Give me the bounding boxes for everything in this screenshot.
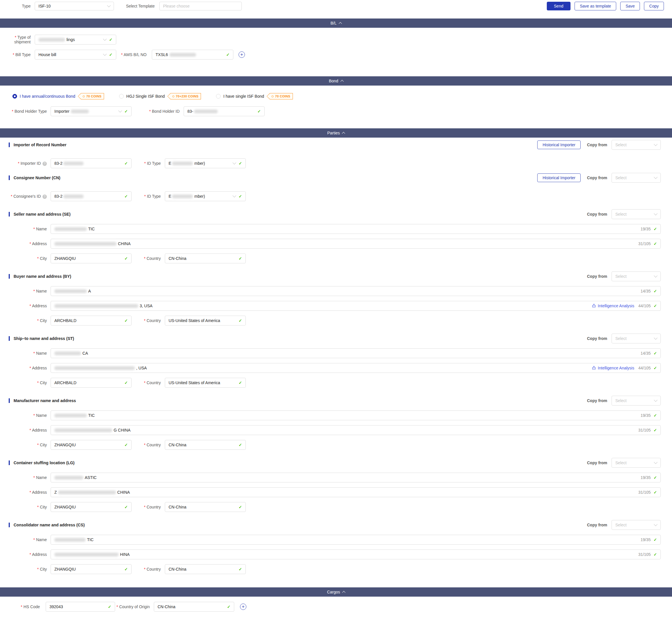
valid-check-icon bbox=[653, 537, 657, 542]
copy-button[interactable]: Copy bbox=[644, 2, 664, 10]
country-of-origin-select[interactable]: CN-China bbox=[154, 602, 234, 612]
country-select[interactable]: CN-China bbox=[165, 502, 246, 512]
name-label: Name bbox=[0, 475, 51, 480]
ams-bl-no-input[interactable]: TXSL6 bbox=[152, 50, 233, 59]
city-label: City bbox=[0, 380, 51, 385]
country-select[interactable]: US-United States of America bbox=[165, 316, 246, 325]
section-header-parties[interactable]: Parties bbox=[0, 128, 672, 138]
bond-option-hgj-single[interactable]: HGJ Single ISF Bond 70+230 COINS bbox=[119, 93, 201, 99]
name-input[interactable]: TIC 19/35 bbox=[51, 535, 661, 545]
city-value: ARCHBALD bbox=[54, 380, 76, 385]
name-input[interactable]: CA 14/35 bbox=[51, 348, 661, 358]
country-select[interactable]: CN-China bbox=[165, 440, 246, 450]
city-input[interactable]: ARCHBALD bbox=[51, 378, 131, 388]
city-input[interactable]: ZHANGQIU bbox=[51, 253, 131, 263]
copy-from-select[interactable]: Select bbox=[611, 396, 661, 406]
valid-check-icon bbox=[239, 505, 242, 509]
city-value: ARCHBALD bbox=[54, 318, 76, 323]
city-value: ZHANGQIU bbox=[54, 442, 76, 447]
intelligence-analysis-link[interactable]: Intelligence Analysis bbox=[592, 304, 634, 308]
city-input[interactable]: ARCHBALD bbox=[51, 316, 131, 325]
address-input[interactable]: CHINA 31/105 bbox=[51, 239, 661, 249]
importer-id-input[interactable]: 83-2 bbox=[51, 159, 131, 168]
redacted-value bbox=[169, 53, 196, 57]
name-suffix: A bbox=[88, 289, 91, 293]
valid-check-icon bbox=[239, 442, 242, 447]
save-as-template-button[interactable]: Save as template bbox=[575, 2, 616, 10]
address-label: Address bbox=[0, 490, 51, 494]
intelligence-analysis-label: Intelligence Analysis bbox=[598, 366, 634, 370]
country-select[interactable]: US-United States of America bbox=[165, 378, 246, 388]
address-input[interactable]: Z CHINA 31/105 bbox=[51, 487, 661, 497]
copy-from-select[interactable]: Select bbox=[611, 209, 661, 219]
section-header-cargos[interactable]: Cargos bbox=[0, 587, 672, 597]
copy-from-select[interactable]: Select bbox=[611, 458, 661, 468]
address-input[interactable]: HINA 31/105 bbox=[51, 550, 661, 559]
select-template-input[interactable]: Please choose bbox=[159, 2, 242, 10]
country-select[interactable]: CN-China bbox=[165, 564, 246, 574]
consignee-id-type-select[interactable]: E mber) bbox=[165, 191, 246, 201]
hs-code-input[interactable]: 392043 bbox=[46, 602, 115, 612]
help-icon[interactable] bbox=[43, 195, 47, 199]
party-title: Buyer name and address (BY) bbox=[14, 274, 71, 279]
party-title: Consolidator name and address (CS) bbox=[14, 523, 85, 527]
chevron-down-icon bbox=[654, 522, 657, 526]
bond-option-annual[interactable]: I have annual/continuous Bond 70 COINS bbox=[13, 93, 104, 99]
section-header-bond[interactable]: Bond bbox=[0, 76, 672, 86]
name-input[interactable]: ASTIC 19/35 bbox=[51, 473, 661, 482]
consignee-id-input[interactable]: 83-2 bbox=[51, 191, 131, 201]
send-button[interactable]: Send bbox=[547, 2, 571, 10]
copy-from-select[interactable]: Select bbox=[611, 271, 661, 281]
copy-from-select[interactable]: Select bbox=[611, 173, 661, 183]
section-header-bl[interactable]: B/L bbox=[0, 19, 672, 28]
city-input[interactable]: ZHANGQIU bbox=[51, 440, 131, 450]
party-title: Container stuffing location (LG) bbox=[14, 460, 75, 465]
add-bl-icon[interactable] bbox=[239, 51, 245, 58]
country-value: CN-China bbox=[169, 256, 186, 261]
party-title: Consignee Number (CN) bbox=[14, 175, 61, 180]
bill-type-select[interactable]: House bill bbox=[35, 50, 116, 59]
radio-icon bbox=[119, 94, 124, 99]
address-suffix: CHINA bbox=[118, 241, 131, 246]
valid-check-icon bbox=[239, 380, 242, 385]
city-input[interactable]: ZHANGQIU bbox=[51, 502, 131, 512]
bond-option-single[interactable]: I have single ISF Bond 70 COINS bbox=[216, 93, 293, 99]
id-type-prefix: E bbox=[169, 194, 171, 199]
importer-id-type-select[interactable]: E mber) bbox=[165, 159, 246, 168]
copy-from-select[interactable]: Select bbox=[611, 520, 661, 530]
help-icon[interactable] bbox=[43, 162, 47, 166]
address-input[interactable]: G CHINA 31/105 bbox=[51, 425, 661, 435]
historical-importer-button[interactable]: Historical Importer bbox=[537, 173, 581, 182]
copy-from-select[interactable]: Select bbox=[611, 334, 661, 343]
name-input[interactable]: A 14/35 bbox=[51, 286, 661, 296]
save-button[interactable]: Save bbox=[620, 2, 640, 10]
name-label: Name bbox=[0, 351, 51, 356]
chevron-down-icon bbox=[233, 194, 236, 197]
coins-text: 70+230 COINS bbox=[176, 95, 199, 98]
name-input[interactable]: TIC 19/35 bbox=[51, 224, 661, 234]
historical-importer-button[interactable]: Historical Importer bbox=[537, 141, 581, 149]
type-of-shipment-select[interactable]: lings bbox=[35, 35, 116, 45]
add-cargo-icon[interactable] bbox=[240, 604, 246, 610]
bond-holder-id-input[interactable]: 83- bbox=[184, 106, 265, 116]
valid-check-icon bbox=[124, 380, 128, 385]
bl-section-body: Type of shipment lings Bill Type House b… bbox=[0, 28, 672, 76]
country-select[interactable]: CN-China bbox=[165, 253, 246, 263]
copy-from-select[interactable]: Select bbox=[611, 140, 661, 150]
type-select[interactable]: ISF-10 bbox=[35, 2, 114, 10]
city-input[interactable]: ZHANGQIU bbox=[51, 564, 131, 574]
intelligence-analysis-link[interactable]: Intelligence Analysis bbox=[592, 366, 634, 370]
section-accent-bar bbox=[9, 336, 10, 341]
chevron-down-icon bbox=[654, 274, 657, 277]
name-input[interactable]: TIC 19/35 bbox=[51, 410, 661, 420]
name-suffix: ASTIC bbox=[85, 475, 97, 480]
bill-type-label: Bill Type bbox=[0, 52, 35, 57]
address-input[interactable]: 3, USA Intelligence Analysis 44/105 bbox=[51, 301, 661, 311]
redacted-value bbox=[172, 195, 193, 198]
address-input[interactable]: , USA Intelligence Analysis 44/105 bbox=[51, 363, 661, 373]
section-accent-bar bbox=[9, 523, 10, 527]
chevron-up-icon bbox=[339, 22, 342, 25]
coins-text: 70 COINS bbox=[86, 95, 101, 98]
bond-holder-type-select[interactable]: Importer bbox=[51, 106, 131, 116]
hs-code-label: HS Code bbox=[0, 604, 46, 609]
